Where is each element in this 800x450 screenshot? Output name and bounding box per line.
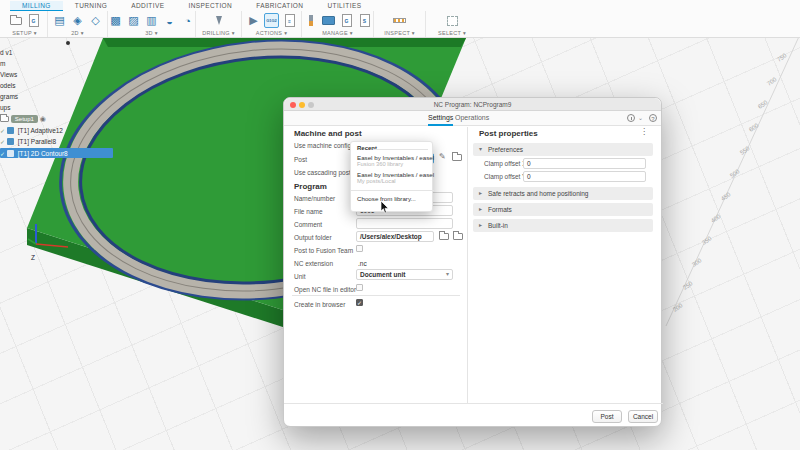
group-label-2d[interactable]: 2D ▾ <box>71 30 84 36</box>
section-built-in[interactable]: ▸ Built-in <box>473 219 653 232</box>
use-cascading-post-label: Use cascading post <box>294 169 351 176</box>
select-box-glyph <box>447 16 458 26</box>
setup-sheet-icon[interactable]: ≡ <box>282 13 297 28</box>
simulate-icon[interactable]: ▶ <box>246 13 261 28</box>
post-properties-menu-icon[interactable]: ⋮ <box>640 127 648 136</box>
recent-post-item[interactable]: Easel by Inventables / easel <box>357 154 434 161</box>
footer-divider <box>284 403 663 404</box>
post-to-fusion-team-label: Post to Fusion Team <box>294 247 353 254</box>
tab-turning[interactable]: TURNING <box>63 1 119 10</box>
group-label-setup[interactable]: SETUP ▾ <box>12 30 37 36</box>
2d-adaptive-icon[interactable]: ▤ <box>52 13 67 28</box>
measure-icon[interactable] <box>392 13 407 28</box>
machine-post-header: Machine and post <box>294 129 362 138</box>
group-label-3d[interactable]: 3D ▾ <box>145 30 158 36</box>
help-icon[interactable]: ? <box>649 114 657 122</box>
adaptive-clearing-icon[interactable]: ▩ <box>108 13 123 28</box>
post-properties-header: Post properties <box>479 129 538 138</box>
clamp-offset-y-field[interactable]: 0 <box>523 171 646 182</box>
tool-glyph <box>309 15 313 26</box>
browser-item-setups[interactable]: ups <box>0 104 10 111</box>
clamp-offset-y-label: Clamp offset Y <box>484 173 526 180</box>
unit-dropdown[interactable]: Document unit <box>356 269 453 280</box>
comment-field[interactable] <box>356 218 453 229</box>
post-process-icon[interactable]: G1G2 <box>264 13 279 28</box>
scallop-icon[interactable]: ◒ <box>162 13 177 28</box>
browser-item-label: ups <box>0 104 10 111</box>
s-doc-glyph: S <box>360 14 370 27</box>
group-3d: ▩ ▨ ▥ ◒ ◔ 3D ▾ <box>108 11 196 37</box>
edit-post-icon[interactable]: ✎ <box>439 152 446 161</box>
2d-pocket-icon[interactable]: ◈ <box>70 13 85 28</box>
section-preferences[interactable]: ▾ Preferences <box>473 143 653 156</box>
new-setup-folder-icon[interactable] <box>8 13 23 28</box>
post-to-fusion-team-checkbox[interactable] <box>356 245 363 252</box>
output-folder-field[interactable]: /Users/alex/Desktop <box>356 231 434 242</box>
browser-op-parallel[interactable]: ✓ [T1] Parallel8 <box>0 138 56 145</box>
browser-item-named-views[interactable]: Views <box>0 71 17 78</box>
comment-label: Comment <box>294 221 322 228</box>
browser-op-2d-contour-selected[interactable]: ✓ [T1] 2D Contour8 <box>0 148 113 158</box>
browser-item-document[interactable]: d v1 <box>0 49 12 56</box>
open-nc-in-editor-checkbox[interactable] <box>356 284 363 291</box>
tab-inspection[interactable]: INSPECTION <box>176 1 244 10</box>
chevron-down-icon[interactable]: ⌄ <box>638 114 643 121</box>
2d-contour-icon[interactable]: ◇ <box>88 13 103 28</box>
parallel-toolpath-icon <box>7 138 14 145</box>
template-library-icon[interactable]: S <box>357 13 372 28</box>
parallel-icon[interactable]: ▥ <box>144 13 159 28</box>
group-label-drilling[interactable]: DRILLING ▾ <box>202 30 235 36</box>
expand-arrow-icon: ▸ <box>479 219 482 232</box>
group-label-select[interactable]: SELECT ▾ <box>438 30 466 36</box>
history-clock-icon[interactable] <box>627 114 635 122</box>
group-2d: ▤ ◈ ◇ 2D ▾ <box>48 11 108 37</box>
program-divider <box>292 295 460 296</box>
drill-icon[interactable] <box>211 13 226 28</box>
select-icon[interactable] <box>445 13 460 28</box>
browser-item-label: d v1 <box>0 49 12 56</box>
browser-handle-dot[interactable] <box>66 41 70 45</box>
setup-badge[interactable]: Setup1 <box>11 115 38 123</box>
nc-extension-value: .nc <box>358 260 367 267</box>
flat-icon[interactable]: ▨ <box>126 13 141 28</box>
dialog-titlebar[interactable]: NC Program: NCProgram9 <box>284 98 661 111</box>
new-nc-program-icon[interactable]: G <box>26 13 41 28</box>
sheet-doc-glyph: ≡ <box>285 14 295 27</box>
open-post-folder-icon[interactable] <box>452 154 462 161</box>
section-label: Formats <box>488 206 512 213</box>
browser-item-models[interactable]: odels <box>0 82 16 89</box>
browser-op-adaptive[interactable]: ✓ [T1] Adaptive12 <box>0 127 63 134</box>
post-recent-dropdown: Recent Easel by Inventables / easel Fusi… <box>350 141 433 212</box>
browser-item-label: grams <box>0 93 18 100</box>
tab-fabrication[interactable]: FABRICATION <box>244 1 315 10</box>
setup-visibility-icon[interactable]: ◉ <box>40 115 46 122</box>
op-label: [T1] 2D Contour8 <box>18 150 68 157</box>
browse-output-folder-icon[interactable] <box>453 233 463 240</box>
tool-library-icon[interactable] <box>303 13 318 28</box>
group-label-actions[interactable]: ACTIONS ▾ <box>256 30 287 36</box>
tab-utilities[interactable]: UTILITIES <box>315 1 373 10</box>
tab-additive[interactable]: ADDITIVE <box>119 1 176 10</box>
op-check-icon: ✓ <box>0 150 7 157</box>
post-button[interactable]: Post <box>592 410 622 423</box>
group-inspect: INSPECT ▾ <box>374 11 426 37</box>
section-safe-retracts[interactable]: ▸ Safe retracts and home positioning <box>473 187 653 200</box>
section-formats[interactable]: ▸ Formats <box>473 203 653 216</box>
ribbon-toolbar: MILLING TURNING ADDITIVE INSPECTION FABR… <box>0 0 800 38</box>
cancel-button[interactable]: Cancel <box>628 410 658 423</box>
browser-item-nc-programs[interactable]: grams <box>0 93 18 100</box>
spiral-icon[interactable]: ◔ <box>180 13 195 28</box>
post-library-icon[interactable]: G <box>339 13 354 28</box>
group-label-manage[interactable]: MANAGE ▾ <box>322 30 353 36</box>
group-label-inspect[interactable]: INSPECT ▾ <box>384 30 415 36</box>
browser-item-units[interactable]: m <box>0 60 5 67</box>
recent-post-source: Fusion 360 library <box>357 161 403 167</box>
tab-operations[interactable]: Operations <box>455 114 489 124</box>
recent-post-item[interactable]: Easel by Inventables / easel <box>357 171 434 178</box>
machine-library-icon[interactable] <box>321 13 336 28</box>
tab-milling[interactable]: MILLING <box>10 1 63 11</box>
create-in-browser-checkbox[interactable]: ✓ <box>356 299 363 306</box>
clamp-offset-x-field[interactable]: 0 <box>523 158 646 169</box>
browser-setup-row[interactable]: Setup1 ◉ <box>0 115 46 123</box>
open-output-folder-icon[interactable] <box>439 233 449 240</box>
